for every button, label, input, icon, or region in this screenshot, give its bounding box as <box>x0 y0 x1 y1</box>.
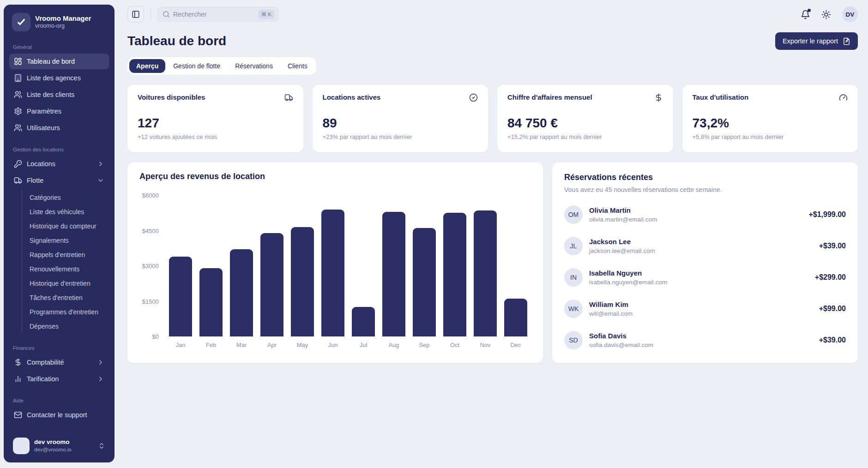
sidebar-item-label: Contacter le support <box>27 411 87 419</box>
subitem-label: Historique du compteur <box>30 222 96 230</box>
gear-icon <box>14 107 22 115</box>
reservation-email: will@email.com <box>589 310 633 317</box>
bar-aug <box>382 212 405 336</box>
subitem-label: Tâches d'entretien <box>30 294 83 301</box>
sidebar-toggle-button[interactable] <box>127 6 144 23</box>
reservation-amount: +$39.00 <box>819 242 846 250</box>
notifications-button[interactable] <box>801 10 810 19</box>
bar-x-label: Jun <box>318 342 348 348</box>
page-title: Tableau de bord <box>127 34 226 48</box>
sidebar-item-liste-des-clients[interactable]: Liste des clients <box>9 87 109 102</box>
notification-dot <box>808 9 811 12</box>
user-avatar <box>13 438 30 454</box>
flotte-submenu: Catégories Liste des véhicules Historiqu… <box>22 190 109 333</box>
subitem-label: Rappels d'entretien <box>30 251 85 258</box>
bar-dec <box>504 299 527 336</box>
bar-chart-icon <box>14 375 22 383</box>
chart-title: Aperçu des revenus de location <box>139 172 531 181</box>
avatar: JL <box>564 237 583 255</box>
bar-column: Jan <box>165 195 196 336</box>
bar-jul <box>352 307 375 336</box>
sidebar-subitem-historique-du-compteur[interactable]: Historique du compteur <box>30 219 109 233</box>
reservation-amount: +$99.00 <box>819 305 846 313</box>
export-button-label: Exporter le rapport <box>783 37 838 45</box>
bar-column: Jul <box>348 195 379 336</box>
stat-value: 73,2% <box>693 116 848 131</box>
sidebar-subitem-signalements[interactable]: Signalements <box>30 233 109 247</box>
reservation-amount: +$1,999.00 <box>808 210 846 219</box>
stat-cards-row: Voitures disponibles 127 +12 voitures aj… <box>127 85 858 152</box>
reservation-row: OM Olivia Martin olivia.martin@email.com… <box>564 205 846 224</box>
section-label-aide: Aide <box>13 398 105 403</box>
topbar: ⌘ K DV <box>115 0 868 29</box>
subitem-label: Programmes d'entretien <box>30 308 98 316</box>
sidebar-item-tarification[interactable]: Tarification <box>9 371 109 387</box>
stat-title: Locations actives <box>323 93 381 101</box>
reservation-row: SD Sofia Davis sofia.davis@email.com +$3… <box>564 331 846 349</box>
bar-x-label: Oct <box>440 342 470 348</box>
user-menu-button[interactable]: dev vroomo dev@vroomo.io <box>9 435 109 457</box>
avatar: WK <box>564 300 583 318</box>
search-icon <box>163 11 170 18</box>
sidebar-subitem-taches-dentretien[interactable]: Tâches d'entretien <box>30 290 109 305</box>
bar-x-label: Jan <box>165 342 196 348</box>
stat-title: Taux d'utilisation <box>693 93 749 101</box>
org-switcher[interactable]: Vroomo Manager vroomo-org <box>9 12 109 32</box>
sidebar-subitem-categories[interactable]: Catégories <box>30 190 109 204</box>
file-export-icon <box>843 37 850 45</box>
stat-note: +5,8% par rapport au mois dernier <box>693 133 848 140</box>
reservation-name: Sofia Davis <box>589 332 653 340</box>
sidebar-subitem-depenses[interactable]: Dépenses <box>30 319 109 333</box>
bar-sep <box>413 228 436 336</box>
tab-reservations[interactable]: Réservations <box>228 59 280 73</box>
sidebar-item-parametres[interactable]: Paramètres <box>9 103 109 119</box>
chevron-right-icon <box>97 359 104 366</box>
tab-apercu[interactable]: Aperçu <box>129 59 165 73</box>
bar-yaxis: $0$1500$3000$4500$6000 <box>139 195 165 336</box>
export-report-button[interactable]: Exporter le rapport <box>775 32 858 50</box>
avatar: SD <box>564 331 583 349</box>
sidebar-item-label: Comptabilité <box>27 359 64 366</box>
y-tick-label: $0 <box>152 333 159 340</box>
y-tick-label: $4500 <box>142 227 159 234</box>
search-kbd-shortcut: ⌘ K <box>259 10 274 19</box>
stat-note: +15,2% par rapport au mois dernier <box>507 133 663 140</box>
reservation-amount: +$299.00 <box>815 273 846 282</box>
sidebar-subitem-renouvellements[interactable]: Renouvellements <box>30 262 109 276</box>
theme-toggle-button[interactable] <box>821 10 831 19</box>
sidebar-item-flotte[interactable]: Flotte <box>9 173 109 188</box>
subitem-label: Catégories <box>30 194 61 201</box>
sidebar-item-tableau-de-bord[interactable]: Tableau de bord <box>9 54 109 69</box>
stat-card-taux-dutilisation: Taux d'utilisation 73,2% +5,8% par rappo… <box>682 85 858 152</box>
search-box[interactable]: ⌘ K <box>157 7 278 22</box>
sidebar-item-label: Liste des clients <box>27 91 74 98</box>
main-area: ⌘ K DV Tableau de bord Exporter le rappo… <box>115 0 868 468</box>
search-input[interactable] <box>173 11 255 18</box>
stat-title: Voitures disponibles <box>138 93 205 101</box>
stat-title: Chiffre d'affaires mensuel <box>507 93 592 101</box>
bar-x-label: Apr <box>257 342 287 348</box>
bar-x-label: May <box>287 342 318 348</box>
reservations-subtitle: Vous avez eu 45 nouvelles réservations c… <box>564 186 846 193</box>
bar-x-label: Dec <box>500 342 531 348</box>
sidebar: Vroomo Manager vroomo-org Général Tablea… <box>4 5 115 462</box>
sidebar-subitem-historique-dentretien[interactable]: Historique d'entretien <box>30 276 109 290</box>
sidebar-subitem-liste-des-vehicules[interactable]: Liste des véhicules <box>30 204 109 219</box>
bar-x-label: Sep <box>409 342 440 348</box>
bar-x-label: Nov <box>470 342 500 348</box>
tab-gestion-de-flotte[interactable]: Gestion de flotte <box>166 59 227 73</box>
panel-left-icon <box>132 10 140 18</box>
sidebar-item-utilisateurs[interactable]: Utilisateurs <box>9 120 109 136</box>
sidebar-subitem-rappels-dentretien[interactable]: Rappels d'entretien <box>30 247 109 262</box>
sidebar-item-contacter-le-support[interactable]: Contacter le support <box>9 407 109 423</box>
building-icon <box>14 74 22 82</box>
sidebar-subitem-programmes-dentretien[interactable]: Programmes d'entretien <box>30 305 109 319</box>
tab-clients[interactable]: Clients <box>281 59 314 73</box>
sidebar-item-locations[interactable]: Locations <box>9 156 109 172</box>
gauge-icon <box>839 93 848 102</box>
sidebar-item-label: Flotte <box>27 177 43 184</box>
sidebar-item-comptabilite[interactable]: Comptabilité <box>9 354 109 370</box>
profile-avatar[interactable]: DV <box>842 6 858 22</box>
stat-value: 127 <box>138 116 293 131</box>
sidebar-item-liste-des-agences[interactable]: Liste des agences <box>9 70 109 86</box>
